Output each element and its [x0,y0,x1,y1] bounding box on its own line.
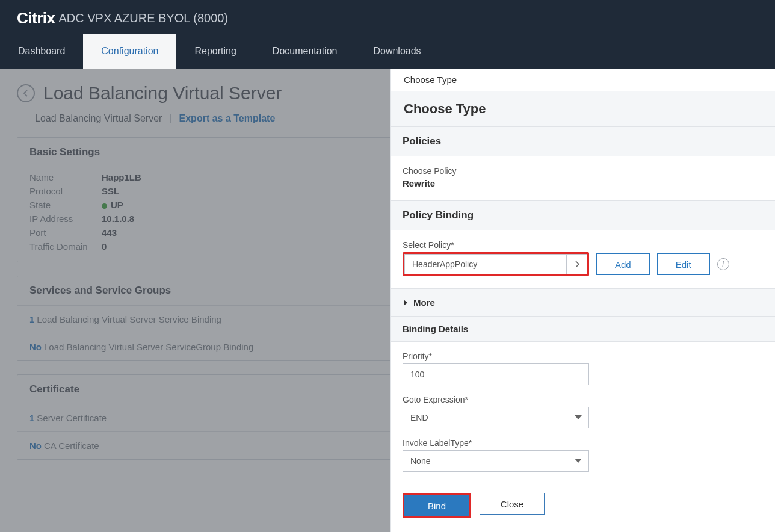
nav-tabs: Dashboard Configuration Reporting Docume… [0,34,775,69]
side-panel: Choose Type Choose Type Policies Choose … [390,69,775,532]
policies-header: Policies [391,127,775,156]
binding-details-body: Priority* Goto Expression* Invoke LabelT… [391,342,775,484]
binding-details-header: Binding Details [391,317,775,342]
main-body: Load Balancing Virtual Server Load Balan… [0,69,775,532]
policy-binding-body: Select Policy* Add Edit i [391,230,775,288]
panel-breadcrumb: Choose Type [391,69,775,91]
invoke-label: Invoke LabelType* [403,438,763,448]
add-button[interactable]: Add [596,253,650,275]
invoke-select[interactable] [403,450,589,472]
header-bar: Citrix ADC VPX AZURE BYOL (8000) [0,0,775,34]
info-icon[interactable]: i [717,258,729,270]
more-label: More [413,297,435,308]
caret-right-icon [403,299,409,306]
priority-input[interactable] [403,363,589,385]
panel-footer: Bind Close [391,484,775,530]
close-button[interactable]: Close [480,493,545,515]
priority-label: Priority* [403,351,763,361]
more-toggle[interactable]: More [391,288,775,317]
select-policy-input[interactable] [404,254,567,274]
tab-configuration[interactable]: Configuration [83,34,176,69]
panel-title: Choose Type [391,91,775,127]
policies-body: Choose Policy Rewrite [391,156,775,200]
choose-policy-label: Choose Policy [403,166,763,176]
select-policy-highlight [403,252,589,276]
brand-main: Citrix [17,9,55,28]
goto-select[interactable] [403,407,589,428]
brand-sub: ADC VPX AZURE BYOL (8000) [58,11,228,25]
select-policy-label: Select Policy* [403,240,763,250]
bind-highlight: Bind [403,493,471,518]
tab-downloads[interactable]: Downloads [355,34,439,69]
chevron-right-icon [574,260,580,268]
select-policy-browse-button[interactable] [567,254,587,274]
edit-button[interactable]: Edit [657,253,710,275]
choose-policy-value: Rewrite [403,178,763,188]
tab-reporting[interactable]: Reporting [176,34,254,69]
goto-label: Goto Expression* [403,395,763,404]
tab-documentation[interactable]: Documentation [255,34,356,69]
tab-dashboard[interactable]: Dashboard [0,34,83,69]
bind-button[interactable]: Bind [404,495,469,516]
policy-binding-header: Policy Binding [391,200,775,230]
